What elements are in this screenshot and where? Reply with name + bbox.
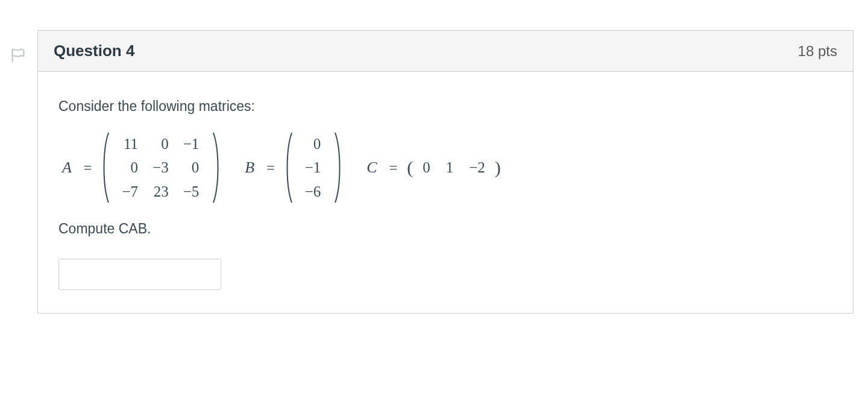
matrix-B-cells: 0 −1 −6 — [298, 132, 329, 203]
matrix-cell: 23 — [145, 180, 176, 203]
matrix-cell: −1 — [176, 132, 207, 156]
question-title: Question 4 — [54, 42, 134, 60]
left-paren-C: ( — [406, 159, 414, 177]
matrix-cell: 0 — [115, 156, 145, 179]
matrix-label-A: A — [62, 159, 72, 177]
question-prompt: Consider the following matrices: — [58, 98, 832, 115]
right-paren-C: ) — [494, 159, 502, 177]
question-body: Consider the following matrices: A = 110… — [38, 72, 853, 313]
matrix-cell: 0 — [176, 156, 207, 179]
matrix-cell: −6 — [298, 180, 329, 203]
matrix-C-cells: ( 0 1 −2 ) — [406, 159, 502, 177]
compute-line: Compute CAB. — [58, 221, 832, 237]
matrix-cell: 11 — [115, 132, 145, 156]
matrix-A: A = 110−1 0−30 −723−5 — [62, 131, 221, 204]
matrix-cell: −5 — [176, 180, 207, 203]
matrix-B: B = 0 −1 −6 — [245, 131, 342, 204]
matrix-A-cells: 110−1 0−30 −723−5 — [115, 132, 206, 203]
matrix-label-B: B — [245, 159, 254, 177]
matrix-row: A = 110−1 0−30 −723−5 B — [62, 131, 832, 204]
equals-C: = — [389, 160, 398, 176]
matrix-cell: −2 — [462, 159, 492, 176]
matrix-cell: 0 — [298, 132, 329, 156]
matrix-cell: 1 — [439, 159, 461, 176]
matrix-cell: 0 — [415, 159, 438, 176]
left-paren-B — [283, 131, 292, 204]
left-paren-A — [100, 131, 108, 204]
question-points: 18 pts — [798, 43, 837, 60]
matrix-cell: −7 — [115, 180, 145, 203]
equals-A: = — [84, 160, 92, 176]
right-paren-A — [212, 131, 221, 204]
question-card: Question 4 18 pts Consider the following… — [37, 30, 854, 314]
answer-input[interactable] — [58, 259, 221, 290]
matrix-cell: −1 — [298, 156, 329, 179]
equals-B: = — [266, 160, 275, 176]
matrix-label-C: C — [366, 159, 377, 177]
question-header: Question 4 18 pts — [38, 31, 853, 72]
flag-icon[interactable] — [10, 47, 27, 64]
matrix-C: C = ( 0 1 −2 ) — [366, 159, 502, 177]
matrix-cell: 0 — [145, 132, 176, 156]
right-paren-B — [334, 131, 342, 204]
matrix-cell: −3 — [145, 156, 176, 179]
